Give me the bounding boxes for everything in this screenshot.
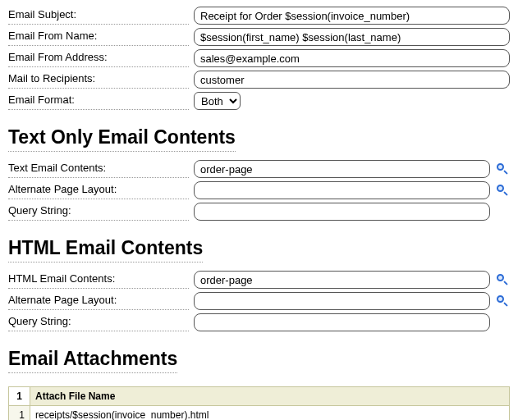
text-query-label: Query String:	[8, 203, 189, 221]
lookup-icon[interactable]	[495, 272, 510, 287]
lookup-icon[interactable]	[495, 162, 510, 176]
attachments-heading: Email Attachments	[8, 348, 177, 373]
html-contents-input[interactable]	[194, 271, 490, 289]
email-from-address-label: Email From Address:	[8, 50, 189, 67]
column-index: 1	[9, 387, 30, 406]
email-from-name-input[interactable]	[194, 28, 510, 46]
lookup-icon[interactable]	[495, 183, 510, 198]
text-contents-input[interactable]	[194, 160, 490, 178]
html-heading: HTML Email Contents	[8, 237, 203, 262]
html-query-label: Query String:	[8, 314, 189, 331]
row-index: 1	[9, 406, 30, 421]
column-file-name: Attach File Name	[30, 387, 510, 406]
attachments-table: 1 Attach File Name 1 receipts/$session(i…	[8, 386, 510, 420]
html-query-input[interactable]	[194, 313, 490, 331]
email-from-name-label: Email From Name:	[8, 29, 189, 46]
table-row[interactable]: 1 receipts/$session(invoice_number).html	[9, 406, 510, 421]
html-contents-label: HTML Email Contents:	[8, 272, 189, 289]
email-subject-label: Email Subject:	[8, 7, 189, 25]
email-from-address-input[interactable]	[194, 49, 510, 67]
mail-to-recipients-input[interactable]	[194, 71, 510, 89]
email-format-select[interactable]: Both	[194, 92, 241, 110]
text-only-heading: Text Only Email Contents	[8, 126, 236, 152]
lookup-icon[interactable]	[495, 294, 510, 308]
email-subject-input[interactable]	[194, 7, 510, 25]
text-alt-layout-label: Alternate Page Layout:	[8, 182, 189, 199]
text-alt-layout-input[interactable]	[194, 181, 490, 199]
text-contents-label: Text Email Contents:	[8, 161, 189, 178]
text-query-input[interactable]	[194, 203, 490, 221]
mail-to-recipients-label: Mail to Recipients:	[8, 71, 189, 89]
email-format-label: Email Format:	[8, 93, 189, 110]
html-alt-layout-input[interactable]	[194, 292, 490, 310]
row-file-name: receipts/$session(invoice_number).html	[30, 406, 510, 421]
html-alt-layout-label: Alternate Page Layout:	[8, 293, 189, 310]
